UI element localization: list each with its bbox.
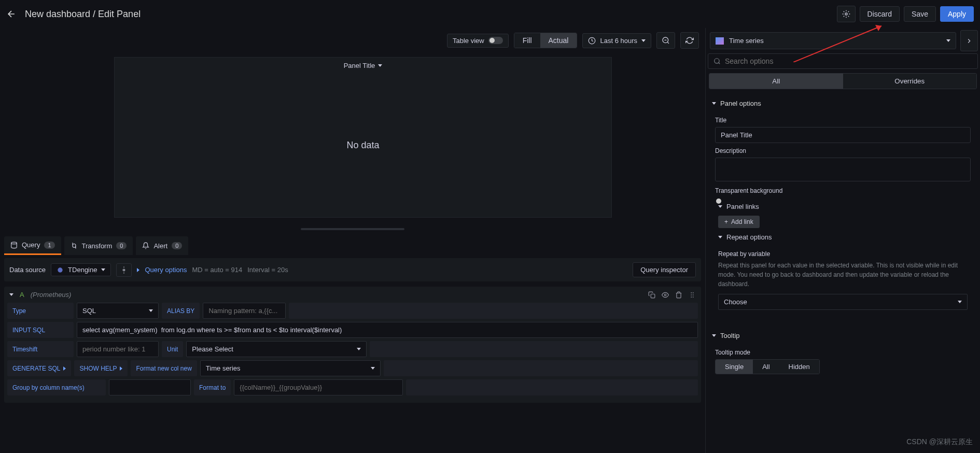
apply-button[interactable]: Apply: [940, 6, 974, 22]
row-spacer: [289, 303, 698, 319]
zoom-out-button[interactable]: [656, 32, 675, 49]
chevron-down-icon: [946, 39, 950, 42]
generate-sql-button[interactable]: GENERATE SQL: [7, 360, 71, 376]
type-select[interactable]: SQL: [77, 303, 159, 319]
data-source-label: Data source: [9, 266, 46, 274]
toggle-query-icon[interactable]: [662, 291, 669, 299]
panel-collapse-button[interactable]: [960, 30, 978, 51]
chevron-right-icon: [120, 366, 122, 371]
chevron-down-icon: [718, 205, 722, 208]
unit-select[interactable]: Please Select: [186, 341, 367, 357]
alias-by-input[interactable]: [203, 303, 286, 319]
svg-point-7: [123, 269, 125, 271]
table-view-toggle[interactable]: Table view: [447, 34, 509, 48]
save-button[interactable]: Save: [904, 6, 936, 22]
unit-value: Please Select: [192, 345, 233, 353]
svg-point-11: [693, 292, 694, 293]
repeat-select[interactable]: Choose: [718, 294, 968, 310]
svg-point-14: [691, 296, 692, 298]
actual-button[interactable]: Actual: [540, 33, 577, 48]
description-label: Description: [715, 147, 971, 154]
alert-count-badge: 0: [172, 242, 182, 249]
refresh-button[interactable]: [680, 32, 699, 49]
back-arrow-icon[interactable]: [6, 9, 17, 19]
input-sql-field[interactable]: [77, 322, 698, 338]
timeshift-input[interactable]: [77, 341, 159, 357]
query-options-link[interactable]: Query options: [145, 266, 187, 274]
no-data-message: No data: [115, 74, 611, 217]
tooltip-single[interactable]: Single: [716, 360, 753, 374]
query-letter: A: [20, 291, 24, 299]
duplicate-query-icon[interactable]: [648, 291, 655, 299]
svg-point-2: [845, 13, 847, 15]
svg-rect-8: [651, 294, 655, 298]
fill-button[interactable]: Fill: [514, 33, 540, 48]
tooltip-hidden[interactable]: Hidden: [779, 360, 819, 374]
data-source-value: TDengine: [68, 266, 97, 274]
show-help-label: SHOW HELP: [79, 365, 117, 372]
watermark: CSDN @深耕云原生: [906, 437, 973, 447]
drag-query-icon[interactable]: [689, 291, 696, 299]
time-range-picker[interactable]: Last 6 hours: [582, 33, 651, 48]
title-input[interactable]: [715, 127, 971, 143]
add-link-button[interactable]: + Add link: [718, 216, 760, 228]
interval-info: Interval = 20s: [247, 266, 288, 274]
discard-button[interactable]: Discard: [860, 6, 900, 22]
search-input[interactable]: [725, 57, 972, 65]
svg-point-16: [715, 59, 719, 63]
panel-options-header[interactable]: Panel options: [706, 94, 980, 112]
tab-overrides[interactable]: Overrides: [843, 74, 977, 89]
panel-links-title: Panel links: [726, 203, 759, 210]
tooltip-mode-label: Tooltip mode: [715, 349, 971, 356]
panel-title[interactable]: Panel Title: [115, 58, 611, 74]
timeshift-label: Timeshift: [7, 341, 74, 357]
row-spacer: [406, 379, 698, 395]
group-by-input[interactable]: [109, 379, 191, 395]
svg-point-13: [693, 294, 694, 295]
format-select[interactable]: Time series: [200, 360, 381, 376]
panel-title-text: Panel Title: [344, 62, 375, 69]
panel-preview: Panel Title No data: [114, 57, 612, 218]
query-name[interactable]: (Prometheus): [31, 291, 72, 299]
settings-button[interactable]: [837, 6, 856, 22]
tooltip-all[interactable]: All: [753, 360, 779, 374]
type-label: Type: [7, 303, 74, 319]
repeat-by-label: Repeat by variable: [718, 250, 968, 258]
query-inspector-button[interactable]: Query inspector: [633, 262, 696, 277]
chevron-right-icon[interactable]: [137, 268, 139, 272]
plus-icon: +: [724, 218, 728, 225]
transform-count-badge: 0: [116, 242, 127, 249]
search-options[interactable]: [708, 53, 978, 69]
show-help-button[interactable]: SHOW HELP: [74, 360, 128, 376]
collapse-icon[interactable]: [9, 293, 13, 296]
repeat-options-header[interactable]: Repeat options: [715, 228, 971, 246]
chevron-down-icon: [357, 348, 361, 350]
tab-query[interactable]: Query 1: [4, 236, 61, 255]
alias-by-label: ALIAS BY: [162, 303, 200, 319]
visualization-picker[interactable]: Time series: [710, 32, 956, 49]
svg-point-12: [691, 294, 692, 295]
data-source-select[interactable]: TDengine: [51, 263, 111, 276]
data-source-settings-button[interactable]: [116, 263, 132, 277]
tab-alert[interactable]: Alert 0: [136, 236, 188, 255]
tooltip-header[interactable]: Tooltip: [706, 327, 980, 345]
chevron-right-icon: [63, 366, 66, 371]
format-to-label: Format to: [194, 379, 231, 395]
chevron-down-icon: [149, 309, 153, 312]
delete-query-icon[interactable]: [675, 291, 682, 299]
panel-links-header[interactable]: Panel links: [715, 197, 971, 216]
tab-transform[interactable]: Transform 0: [64, 236, 133, 255]
chevron-down-icon: [958, 301, 962, 303]
row-spacer: [370, 341, 698, 357]
svg-point-9: [664, 294, 666, 296]
description-input[interactable]: [715, 158, 971, 181]
format-to-input[interactable]: [234, 379, 403, 395]
tab-alert-label: Alert: [153, 242, 167, 250]
transparent-label: Transparent background: [715, 187, 971, 194]
resize-handle[interactable]: [301, 228, 404, 230]
svg-point-6: [58, 267, 62, 272]
chevron-down-icon: [101, 268, 105, 271]
unit-label: Unit: [162, 341, 183, 357]
top-bar: New dashboard / Edit Panel Discard Save …: [0, 0, 980, 28]
tab-all[interactable]: All: [709, 74, 843, 89]
